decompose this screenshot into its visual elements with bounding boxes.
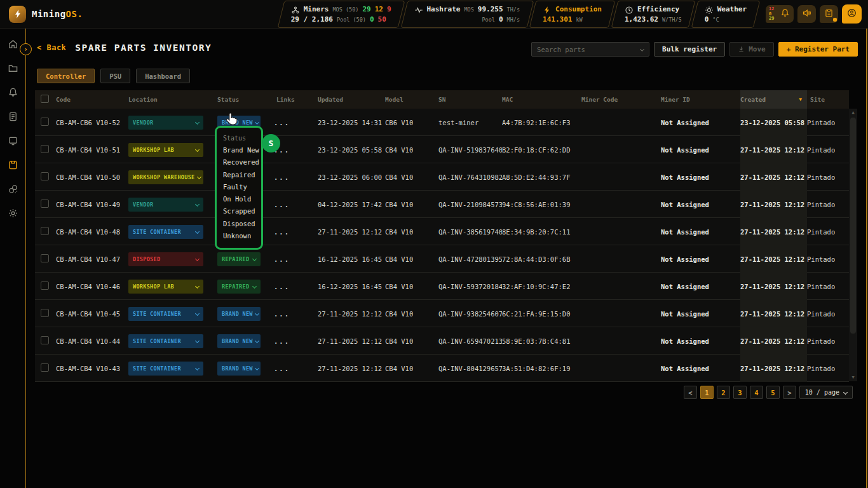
column-header-mac[interactable]: MAC	[502, 96, 581, 103]
column-header-location[interactable]: Location	[126, 96, 215, 103]
search-parts-select[interactable]: Search parts	[531, 42, 649, 57]
links-button[interactable]: ...	[274, 310, 290, 318]
status-select[interactable]: BRAND NEW	[217, 334, 261, 348]
site-cell: Pintado	[807, 283, 849, 290]
scroll-up-icon[interactable]: ▲	[851, 110, 854, 115]
status-option[interactable]: Recovered	[223, 156, 261, 168]
consumption-stat[interactable]: Consumption 141.301 kW	[531, 0, 613, 29]
scroll-down-icon[interactable]: ▼	[851, 375, 854, 380]
pagination-page-3[interactable]: 3	[733, 386, 747, 399]
location-select[interactable]: WORKSHOP WAREHOUSE	[128, 170, 203, 184]
part-code: CB-AM-CB4_V10-51	[56, 146, 126, 154]
row-checkbox[interactable]	[41, 172, 49, 180]
status-option[interactable]: Unknown	[223, 230, 261, 242]
location-select[interactable]: SITE CONTAINER	[128, 362, 203, 376]
links-button[interactable]: ...	[274, 283, 290, 290]
row-checkbox[interactable]	[41, 336, 49, 344]
weather-stat[interactable]: Weather 0 °C	[693, 0, 758, 29]
links-button[interactable]: ...	[274, 173, 290, 181]
pagination-page-2[interactable]: 2	[717, 386, 730, 399]
column-header-model[interactable]: Model	[385, 96, 438, 103]
page-size-select[interactable]: 10 / page	[799, 386, 853, 399]
status-select[interactable]: BRAND NEW	[217, 362, 261, 376]
status-option[interactable]: Brand New	[223, 144, 261, 156]
links-button[interactable]: ...	[274, 201, 290, 208]
location-select[interactable]: VENDOR	[128, 198, 203, 212]
bulk-register-button[interactable]: Bulk register	[654, 42, 725, 57]
links-button[interactable]: ...	[274, 255, 290, 263]
app-logo[interactable]: MiningOS.	[9, 6, 83, 23]
chevron-down-icon	[195, 202, 200, 207]
notifications-button[interactable]: 12 0 29	[766, 5, 794, 23]
pagination-next[interactable]: >	[783, 386, 796, 399]
sidebar-item-monitor[interactable]	[8, 135, 18, 146]
row-checkbox[interactable]	[41, 200, 49, 208]
status-select[interactable]: BRAND NEW	[217, 307, 261, 321]
links-button[interactable]: ...	[274, 337, 290, 345]
select-all-checkbox[interactable]	[41, 95, 49, 103]
links-button[interactable]: ...	[274, 228, 290, 236]
row-checkbox[interactable]	[41, 254, 49, 262]
register-part-button[interactable]: + Register Part	[778, 42, 858, 57]
sidebar-item-alerts[interactable]	[8, 87, 18, 98]
hashrate-stat[interactable]: Hashrate MOS 99.255 TH/s Pool 0 MH/s	[403, 0, 532, 29]
tasks-button[interactable]	[820, 5, 838, 23]
column-header-site[interactable]: Site	[807, 96, 849, 103]
sidebar-item-settings[interactable]	[8, 208, 18, 219]
sidebar-item-spare-parts[interactable]	[8, 159, 18, 170]
location-select[interactable]: VENDOR	[128, 116, 203, 130]
pagination-page-4[interactable]: 4	[750, 386, 763, 399]
links-button[interactable]: ...	[274, 119, 290, 126]
miners-stat[interactable]: Miners MOS (50) 29 12 9 29 / 2,186 Pool …	[280, 0, 403, 29]
status-select[interactable]: REPAIRED	[217, 280, 261, 294]
table-scrollbar[interactable]: ▲ ▼	[849, 109, 857, 381]
location-select[interactable]: SITE CONTAINER	[128, 225, 203, 239]
location-select[interactable]: SITE CONTAINER	[128, 307, 203, 321]
column-header-sn[interactable]: SN	[438, 96, 502, 103]
status-option[interactable]: Faulty	[223, 181, 261, 193]
sidebar-item-home[interactable]	[8, 39, 18, 50]
row-checkbox[interactable]	[41, 227, 49, 235]
column-header-code[interactable]: Code	[56, 96, 126, 103]
sidebar-item-tokens[interactable]	[8, 184, 18, 194]
column-header-created[interactable]: Created ▼	[740, 90, 807, 109]
sidebar-item-folders[interactable]	[8, 63, 18, 74]
site-cell: Pintado	[807, 228, 849, 236]
location-select[interactable]: WORKSHOP LAB	[128, 143, 203, 157]
tab-psu[interactable]: PSU	[100, 69, 130, 83]
location-select[interactable]: WORKSHOP LAB	[128, 280, 203, 294]
column-header-updated[interactable]: Updated	[318, 96, 385, 103]
back-button[interactable]: < Back	[37, 43, 66, 52]
pagination-prev[interactable]: <	[684, 386, 697, 399]
row-checkbox[interactable]	[41, 118, 49, 126]
miners-icon	[291, 5, 300, 14]
column-header-status[interactable]: Status	[215, 96, 274, 103]
links-button[interactable]: ...	[274, 365, 290, 372]
efficiency-stat[interactable]: Efficiency 1,423.62 W/TH/S	[613, 0, 693, 29]
account-button[interactable]	[842, 4, 862, 24]
sidebar-collapse-toggle[interactable]: ›	[20, 43, 32, 55]
row-checkbox[interactable]	[41, 309, 49, 317]
row-checkbox[interactable]	[41, 363, 49, 372]
move-button[interactable]: Move	[729, 42, 774, 57]
location-select[interactable]: SITE CONTAINER	[128, 334, 203, 348]
row-checkbox[interactable]	[41, 145, 49, 153]
pagination-page-5[interactable]: 5	[766, 386, 780, 399]
column-header-miner-id[interactable]: Miner ID	[661, 96, 740, 103]
pagination-page-1[interactable]: 1	[700, 386, 714, 399]
sound-button[interactable]	[797, 5, 816, 23]
column-header-miner-code[interactable]: Miner Code	[581, 96, 661, 103]
status-option[interactable]: Repaired	[223, 169, 261, 181]
status-option[interactable]: Scrapped	[223, 205, 261, 217]
status-option[interactable]: Disposed	[223, 218, 261, 230]
tab-controller[interactable]: Controller	[37, 69, 95, 83]
sidebar-item-reports[interactable]	[8, 111, 18, 122]
column-header-links[interactable]: Links	[274, 96, 318, 103]
miner-id-cell: Not Assigned	[661, 201, 740, 208]
status-option[interactable]: On Hold	[223, 193, 261, 205]
location-select[interactable]: DISPOSED	[128, 252, 203, 266]
scrollbar-thumb[interactable]	[850, 118, 856, 334]
tab-hashboard[interactable]: Hashboard	[136, 69, 190, 83]
status-select[interactable]: REPAIRED	[217, 252, 261, 266]
row-checkbox[interactable]	[41, 281, 49, 290]
